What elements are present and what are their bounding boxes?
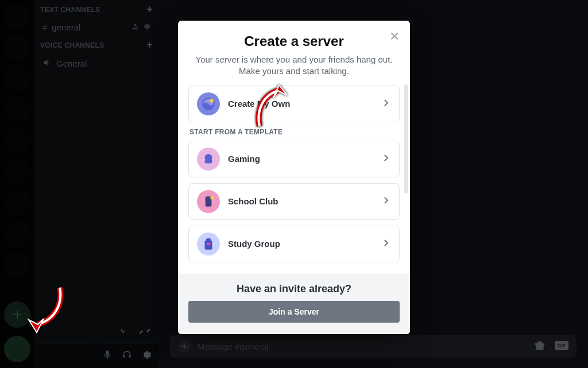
option-label: School Club xyxy=(228,196,278,206)
chevron-right-icon xyxy=(381,238,391,250)
close-button[interactable] xyxy=(388,30,401,45)
svg-rect-8 xyxy=(206,238,211,241)
template-gaming-option[interactable]: Gaming xyxy=(188,141,400,177)
school-club-icon xyxy=(197,190,220,213)
gaming-icon xyxy=(197,148,220,171)
option-label: Gaming xyxy=(228,154,260,164)
discord-app: TEXT CHANNELS + # general VOICE CHANNELS… xyxy=(0,0,588,368)
scrollbar[interactable] xyxy=(404,84,408,193)
join-server-button[interactable]: Join a Server xyxy=(188,301,400,323)
svg-point-7 xyxy=(210,196,214,200)
svg-rect-9 xyxy=(207,242,211,245)
footer-title: Have an invite already? xyxy=(188,283,400,295)
globe-icon xyxy=(197,92,220,115)
option-label: Create My Own xyxy=(228,99,290,109)
svg-point-3 xyxy=(210,99,214,103)
create-server-modal: Create a server Your server is where you… xyxy=(178,21,410,334)
modal-footer: Have an invite already? Join a Server xyxy=(178,274,410,334)
template-school-option[interactable]: School Club xyxy=(188,183,400,220)
create-my-own-option[interactable]: Create My Own xyxy=(188,86,400,122)
modal-overlay[interactable]: Create a server Your server is where you… xyxy=(0,0,588,368)
modal-title: Create a server xyxy=(194,33,394,49)
chevron-right-icon xyxy=(381,98,391,110)
svg-rect-5 xyxy=(205,160,212,164)
chevron-right-icon xyxy=(381,153,391,165)
close-icon xyxy=(388,30,401,42)
chevron-right-icon xyxy=(381,195,391,208)
option-label: Study Group xyxy=(228,239,280,249)
template-study-option[interactable]: Study Group xyxy=(188,226,400,262)
join-label: Join a Server xyxy=(269,307,319,316)
modal-subtitle: Your server is where you and your friend… xyxy=(194,54,394,78)
study-group-icon xyxy=(197,233,220,255)
template-section-label: START FROM A TEMPLATE xyxy=(189,128,399,136)
